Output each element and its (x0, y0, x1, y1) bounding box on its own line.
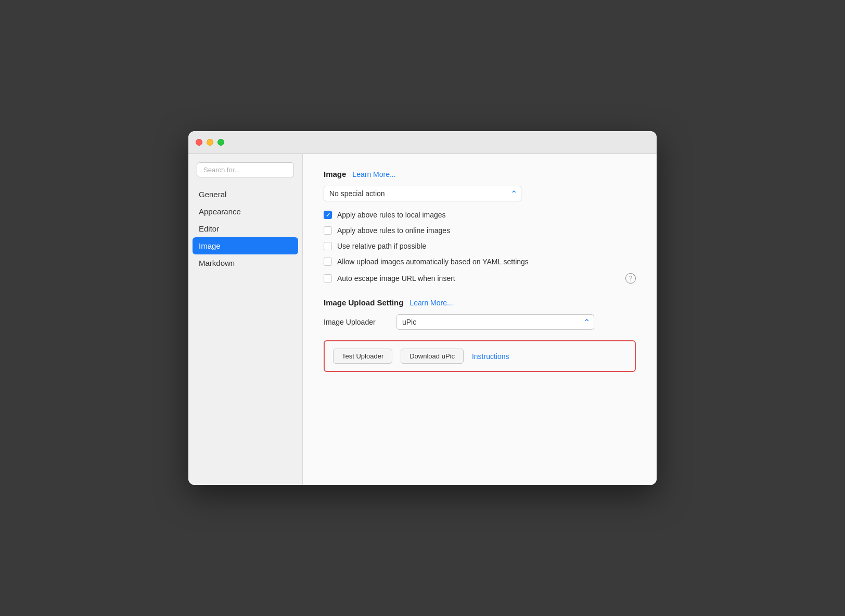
upload-learn-more-link[interactable]: Learn More... (409, 299, 453, 307)
upload-section-title: Image Upload Setting (324, 298, 403, 307)
image-action-dropdown[interactable]: No special action Copy image to current … (324, 186, 521, 201)
nav-list: General Appearance Editor Image Markdown (188, 186, 302, 272)
checkbox-local: Apply above rules to local images (324, 211, 636, 219)
window-content: General Appearance Editor Image Markdown… (188, 154, 657, 485)
checkbox-escape-row: Auto escape image URL when insert ? (324, 273, 636, 284)
close-button[interactable] (196, 139, 202, 146)
checkbox-yaml-input[interactable] (324, 258, 332, 266)
image-action-dropdown-container: No special action Copy image to current … (324, 186, 636, 201)
main-content: Image Learn More... No special action Co… (303, 154, 657, 485)
upload-section-header: Image Upload Setting Learn More... (324, 298, 636, 307)
checkbox-yaml: Allow upload images automatically based … (324, 258, 636, 266)
upload-setting-section: Image Upload Setting Learn More... Image… (324, 298, 636, 372)
search-input[interactable] (197, 162, 294, 177)
uploader-label: Image Uploader (324, 318, 386, 326)
image-section-header: Image Learn More... (324, 170, 636, 178)
checkbox-escape-input[interactable] (324, 274, 332, 283)
preferences-window: General Appearance Editor Image Markdown… (188, 131, 657, 485)
search-container (188, 162, 302, 186)
uploader-dropdown[interactable]: uPic PicGo-Core Custom Command (396, 314, 594, 330)
sidebar-item-markdown[interactable]: Markdown (188, 254, 302, 272)
uploader-row: Image Uploader uPic PicGo-Core Custom Co… (324, 314, 636, 330)
checkbox-online-input[interactable] (324, 226, 332, 235)
instructions-link[interactable]: Instructions (472, 352, 509, 361)
download-upic-button[interactable]: Download uPic (401, 349, 464, 364)
minimize-button[interactable] (207, 139, 213, 146)
checkbox-escape: Auto escape image URL when insert (324, 274, 455, 283)
checkbox-online: Apply above rules to online images (324, 226, 636, 235)
test-uploader-button[interactable]: Test Uploader (333, 349, 392, 364)
image-section-title: Image (324, 170, 346, 178)
sidebar-item-editor[interactable]: Editor (188, 220, 302, 237)
uploader-buttons-container: Test Uploader Download uPic Instructions (324, 340, 636, 372)
sidebar-item-general[interactable]: General (188, 186, 302, 203)
checkbox-online-label: Apply above rules to online images (337, 226, 450, 235)
sidebar-item-image[interactable]: Image (193, 237, 298, 254)
image-learn-more-link[interactable]: Learn More... (352, 170, 395, 178)
checkbox-yaml-label: Allow upload images automatically based … (337, 258, 529, 266)
image-checkboxes: Apply above rules to local images Apply … (324, 211, 636, 284)
help-icon[interactable]: ? (625, 273, 636, 284)
image-action-dropdown-wrapper: No special action Copy image to current … (324, 186, 521, 201)
traffic-lights (196, 139, 224, 146)
maximize-button[interactable] (217, 139, 224, 146)
checkbox-relative-input[interactable] (324, 242, 332, 250)
uploader-dropdown-wrapper: uPic PicGo-Core Custom Command ⌃ (396, 314, 594, 330)
sidebar: General Appearance Editor Image Markdown (188, 154, 303, 485)
sidebar-item-appearance[interactable]: Appearance (188, 203, 302, 220)
checkbox-escape-label: Auto escape image URL when insert (337, 274, 455, 283)
checkbox-relative: Use relative path if possible (324, 242, 636, 250)
checkbox-local-label: Apply above rules to local images (337, 211, 446, 219)
checkbox-relative-label: Use relative path if possible (337, 242, 426, 250)
titlebar (188, 131, 657, 154)
checkbox-local-input[interactable] (324, 211, 332, 219)
